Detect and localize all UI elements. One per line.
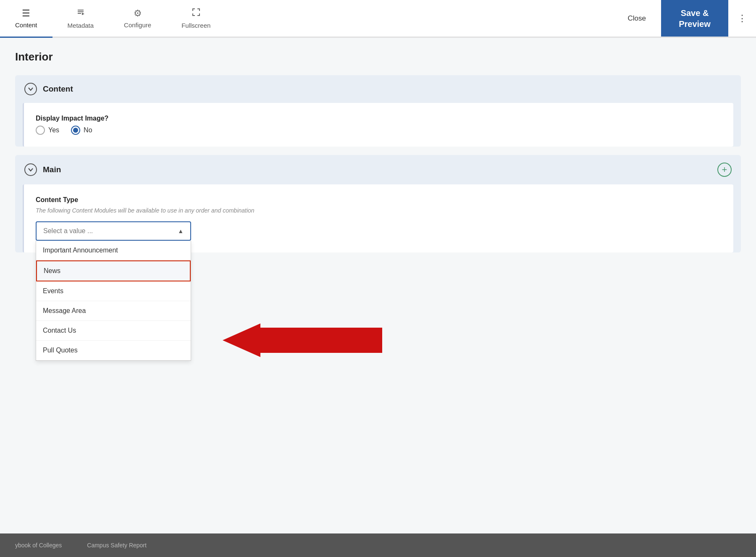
impact-image-radio-group: Yes No (36, 126, 722, 135)
content-section-toggle[interactable] (24, 83, 37, 95)
main-content-area: Interior Content Display Impact Image? Y… (0, 38, 756, 557)
dropdown-item-news[interactable]: News (36, 260, 191, 281)
radio-yes-option[interactable]: Yes (36, 126, 59, 135)
footer-bar: ybook of Colleges Campus Safety Report (0, 533, 756, 557)
main-section-title: Main (43, 165, 61, 174)
main-section-body: Content Type The following Content Modul… (23, 184, 733, 252)
display-impact-label: Display Impact Image? (36, 115, 722, 122)
metadata-icon (76, 8, 85, 19)
tab-fullscreen[interactable]: Fullscreen (166, 0, 226, 38)
dropdown-item-pull-quotes[interactable]: Pull Quotes (36, 341, 191, 360)
radio-yes-label: Yes (48, 126, 59, 134)
content-section-title: Content (43, 84, 73, 94)
fullscreen-icon (192, 8, 201, 19)
content-section-panel: Content Display Impact Image? Yes No (15, 75, 741, 147)
content-section-body: Display Impact Image? Yes No (23, 103, 733, 147)
page-title: Interior (15, 50, 741, 63)
top-navigation: ☰ Content Metadata ⚙ Configure Fullscree… (0, 0, 756, 38)
main-section-toggle[interactable] (24, 163, 37, 176)
dropdown-item-important-announcement[interactable]: Important Announcement (36, 241, 191, 260)
tab-content-label: Content (15, 21, 37, 29)
save-preview-button[interactable]: Save &Preview (661, 0, 728, 37)
svg-marker-0 (82, 13, 84, 15)
dropdown-arrow-icon: ▲ (178, 228, 184, 234)
radio-no-circle[interactable] (71, 126, 80, 135)
tab-fullscreen-label: Fullscreen (181, 22, 210, 29)
dropdown-menu: Important Announcement News Events Messa… (36, 241, 191, 361)
tab-metadata[interactable]: Metadata (52, 0, 109, 38)
content-section-header: Content (15, 75, 741, 103)
footer-link-2[interactable]: Campus Safety Report (87, 542, 147, 549)
tab-content[interactable]: ☰ Content (0, 0, 52, 38)
tab-metadata-label: Metadata (68, 22, 94, 29)
content-icon: ☰ (22, 8, 30, 19)
radio-no-option[interactable]: No (71, 126, 92, 135)
dropdown-placeholder: Select a value ... (43, 227, 93, 235)
main-section-add-button[interactable]: + (717, 163, 732, 177)
content-type-label: Content Type (36, 196, 722, 204)
dropdown-trigger[interactable]: Select a value ... ▲ (36, 221, 191, 241)
radio-no-dot (73, 128, 78, 133)
close-button[interactable]: Close (613, 0, 661, 37)
dropdown-item-message-area[interactable]: Message Area (36, 301, 191, 321)
radio-yes-circle[interactable] (36, 126, 45, 135)
content-type-dropdown: Select a value ... ▲ Important Announcem… (36, 221, 191, 241)
main-section-header: Main + (15, 155, 741, 184)
dropdown-item-events[interactable]: Events (36, 281, 191, 301)
configure-icon: ⚙ (134, 8, 142, 19)
tab-configure[interactable]: ⚙ Configure (109, 0, 166, 38)
dropdown-item-contact-us[interactable]: Contact Us (36, 321, 191, 341)
tab-configure-label: Configure (124, 21, 151, 29)
main-section-panel: Main + Content Type The following Conten… (15, 155, 741, 252)
radio-no-label: No (84, 126, 92, 134)
content-type-hint: The following Content Modules will be av… (36, 207, 722, 214)
footer-link-1[interactable]: ybook of Colleges (15, 542, 62, 549)
more-options-button[interactable]: ⋮ (728, 0, 756, 37)
